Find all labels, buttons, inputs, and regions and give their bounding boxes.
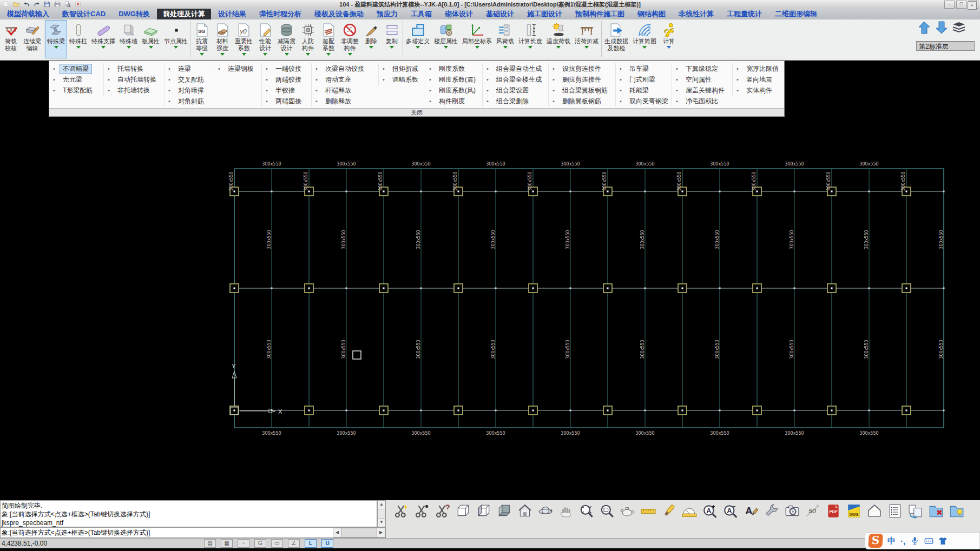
chevron-down-icon[interactable] [101,46,106,49]
chevron-down-icon[interactable] [127,46,131,49]
chevron-down-icon[interactable] [54,46,58,49]
menu-item-不调幅梁[interactable]: •不调幅梁 [49,63,103,74]
zoom-extents-icon[interactable] [578,502,595,519]
tab-基础设计[interactable]: 基础设计 [480,9,520,19]
command-input-line[interactable]: 象:[当前选择方式<点选+框选>(Tab键切换选择方式)] [0,527,386,538]
menu-item-设抗剪连接件[interactable]: •设抗剪连接件 [549,63,615,74]
wrench-icon[interactable] [763,502,780,519]
menu-item-组合梁全楼生成[interactable]: •组合梁全楼生成 [483,74,548,85]
menu-item-非托墙转换[interactable]: •非托墙转换 [104,85,164,96]
ribbon-button-荷载校核[interactable]: 荷载 校核 [1,20,21,58]
chevron-down-icon[interactable] [444,46,448,49]
chevron-down-icon[interactable] [348,53,352,56]
dim-style-icon[interactable]: 50 [804,502,821,519]
cube-solid-icon[interactable] [496,502,512,519]
ribbon-button-计算长度[interactable]: 计算长度 [516,20,544,58]
menu-item-一端铰接[interactable]: •一端铰接 [262,63,311,74]
scroll-up-icon[interactable]: ▲ [378,501,385,509]
tab-施工图设计[interactable]: 施工图设计 [521,9,568,19]
tab-数智设计CAD[interactable]: 数智设计CAD [56,9,111,19]
tab-工具箱[interactable]: 工具箱 [405,9,438,19]
status-toggle-7[interactable]: L [305,539,317,548]
ribbon-button-重要性系数[interactable]: γ0重要性 系数 [233,20,255,58]
ribbon-button-活荷折减[interactable]: 活荷折减 [573,20,601,58]
story-up-button[interactable] [917,21,931,37]
scroll-right-icon[interactable]: ▶ [377,528,385,537]
home-view-icon[interactable] [516,502,533,519]
brush-tool-icon[interactable] [660,502,677,519]
menu-item-自动托墙转换[interactable]: •自动托墙转换 [104,74,164,85]
status-toggle-6[interactable]: ∠ [288,539,300,548]
status-toggle-2[interactable]: ▦ [221,539,233,548]
measure-ruler-icon[interactable] [640,502,656,519]
menu-item-次梁自动铰接[interactable]: •次梁自动铰接 [312,63,378,74]
menu-item-对角暗撑[interactable]: •对角暗撑 [165,85,214,96]
menu-item-壳元梁[interactable]: •壳元梁 [49,74,103,85]
zoom-text-minus-icon[interactable]: A [722,502,739,519]
story-list-button[interactable] [952,21,966,37]
ribbon-button-连续梁编辑[interactable]: 连续梁 编辑 [21,20,43,58]
folder-idea-icon[interactable] [948,502,965,519]
story-down-button[interactable] [935,21,949,37]
menu-item-交叉配筋[interactable]: •交叉配筋 [165,74,214,85]
menu-item-刚度系数(震)[interactable]: •刚度系数(震) [425,74,482,85]
menu-item-屋盖关键构件[interactable]: •屋盖关键构件 [672,85,732,96]
command-history-scrollbar[interactable]: ▲ ▼ [377,500,386,527]
menu-item-删除翼板钢筋[interactable]: •删除翼板钢筋 [549,96,615,107]
dwg-export-icon[interactable]: DWG [845,502,862,519]
menu-item-刚度系数[interactable]: •刚度系数 [425,63,482,74]
chevron-down-icon[interactable] [174,46,178,49]
ribbon-button-楼层属性[interactable]: 楼层属性 [432,20,460,58]
ribbon-button-删除[interactable]: 删除 [361,20,382,58]
menu-item-双向受弯钢梁[interactable]: •双向受弯钢梁 [616,96,672,107]
menu-item-刚度系数(风)[interactable]: •刚度系数(风) [425,85,482,96]
export-docs-icon[interactable] [907,502,924,519]
menu-item-两端固接[interactable]: •两端固接 [262,96,311,107]
chevron-down-icon[interactable] [390,46,394,49]
menu-item-净毛面积比[interactable]: •净毛面积比 [672,96,732,107]
status-toggle-5[interactable]: ▭ [271,539,283,548]
zoom-window-icon[interactable] [598,502,615,519]
tab-工程量统计[interactable]: 工程量统计 [721,9,768,19]
chevron-down-icon[interactable] [285,53,289,56]
menu-item-对角斜筋[interactable]: •对角斜筋 [165,96,214,107]
minimize-button[interactable]: – [944,1,955,9]
command-history[interactable]: 简图绘制完毕.象:[当前选择方式<点选+框选>(Tab键切换选择方式)]jksp… [0,500,377,527]
tab-前处理及计算[interactable]: 前处理及计算 [157,9,211,19]
menu-item-删抗剪连接件[interactable]: •删抗剪连接件 [549,74,615,85]
ribbon-button-特殊支撑[interactable]: 特殊支撑 [89,20,117,58]
pan-icon[interactable] [557,502,574,519]
menu-item-删除释放[interactable]: •删除释放 [312,96,378,107]
menu-item-组合梁翼板钢筋[interactable]: •组合梁翼板钢筋 [549,85,615,96]
tab-设计结果[interactable]: 设计结果 [212,9,252,19]
menu-item-连梁钢板[interactable]: •连梁钢板 [214,63,261,74]
tab-预应力[interactable]: 预应力 [371,9,404,19]
menu-item-T形梁配筋[interactable]: •T形梁配筋 [49,85,103,96]
scroll-down-icon[interactable]: ▼ [378,518,385,527]
status-toggle-8[interactable]: U [321,539,333,548]
ribbon-button-多塔定义[interactable]: 多塔定义 [404,20,432,58]
chevron-down-icon[interactable] [220,53,225,56]
menu-item-两端铰接[interactable]: •两端铰接 [262,74,311,85]
render-teapot-icon[interactable] [619,502,636,519]
chevron-down-icon[interactable] [416,46,420,49]
menu-item-吊车梁[interactable]: •吊车梁 [616,63,672,74]
soft-keyboard-icon[interactable] [924,536,933,546]
menu-item-组合梁自动生成[interactable]: •组合梁自动生成 [483,63,548,74]
mic-icon[interactable] [910,536,919,546]
chevron-down-icon[interactable] [369,46,373,49]
ribbon-button-特殊柱[interactable]: 特殊柱 [67,20,89,58]
cut-wave-icon[interactable] [434,502,451,519]
menu-item-组合梁设置[interactable]: •组合梁设置 [483,85,548,96]
ribbon-button-特殊墙[interactable]: 特殊墙 [117,20,140,58]
chevron-down-icon[interactable] [242,53,246,56]
tab-砌体设计[interactable]: 砌体设计 [439,9,479,19]
ribbon-button-性能设计[interactable]: 性能 设计 [255,20,275,58]
text-style-icon[interactable]: A [742,502,759,519]
tab-DWG转换[interactable]: DWG转换 [113,9,156,19]
menu-item-扭矩折减[interactable]: •扭矩折减 [379,63,425,74]
ribbon-button-计算简图[interactable]: 计算简图 [630,20,659,58]
menu-item-滑动支座[interactable]: •滑动支座 [312,74,378,85]
tab-弹性时程分析[interactable]: 弹性时程分析 [253,9,307,19]
menu-item-半铰接[interactable]: •半铰接 [262,85,311,96]
